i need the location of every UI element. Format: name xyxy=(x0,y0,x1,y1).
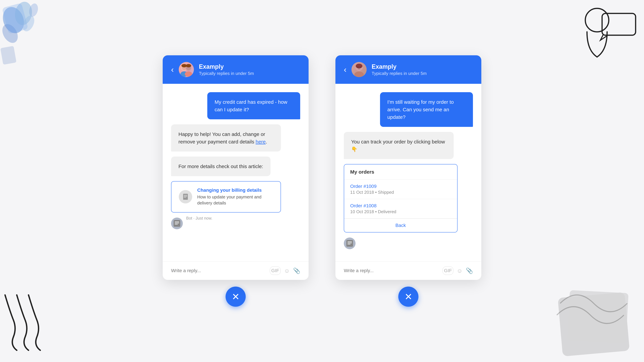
attachment-button-2[interactable]: 📎 xyxy=(466,267,473,274)
article-card[interactable]: Changing your billing details How to upd… xyxy=(171,181,281,213)
chat-widget-1: ‹ xyxy=(163,55,308,280)
orders-back-button[interactable]: Back xyxy=(344,219,457,232)
order-meta-1: 11 Oct 2018 • Shipped xyxy=(350,190,451,195)
chat-header-info-1: Examply Typically replies in under 5m xyxy=(199,63,300,76)
svg-rect-23 xyxy=(174,220,180,227)
svg-rect-24 xyxy=(175,222,179,222)
bot-row-1: Bot · Just now. xyxy=(171,218,300,229)
main-content: ‹ xyxy=(0,0,644,362)
reply-input-1[interactable] xyxy=(171,268,266,273)
order-number-2: Order #1008 xyxy=(350,203,451,209)
svg-rect-34 xyxy=(348,243,352,243)
svg-point-30 xyxy=(358,66,358,67)
chat-header-2: ‹ xyxy=(336,55,481,84)
svg-point-28 xyxy=(356,64,362,68)
avatar-1 xyxy=(179,62,194,77)
reply-input-2[interactable] xyxy=(344,268,439,273)
avatar-image-1 xyxy=(179,62,194,77)
chat-messages-2: I'm still waiting for my order to arrive… xyxy=(336,84,481,261)
back-button-1[interactable]: ‹ xyxy=(171,65,174,73)
bot-avatar-1 xyxy=(171,218,183,229)
svg-rect-19 xyxy=(183,194,188,200)
emoji-button-1[interactable]: ☺ xyxy=(284,268,290,274)
reply-status-2: Typically replies in under 5m xyxy=(372,71,473,76)
user-message-1: My credit card has expired - how can I u… xyxy=(207,92,300,119)
article-title: Changing your billing details xyxy=(197,188,273,193)
widget-2-wrapper: ‹ xyxy=(336,55,481,307)
article-content: Changing your billing details How to upd… xyxy=(197,188,273,206)
order-item-1[interactable]: Order #1009 11 Oct 2018 • Shipped xyxy=(344,180,457,199)
article-subtitle: How to update your payment and delivery … xyxy=(197,194,273,206)
gif-button-1[interactable]: GIF xyxy=(270,267,281,275)
bot-message-3: You can track your order by clicking bel… xyxy=(344,132,454,159)
order-item-2[interactable]: Order #1008 10 Oct 2018 • Delivered xyxy=(344,199,457,219)
svg-rect-33 xyxy=(348,242,352,242)
close-button-2[interactable]: ✕ xyxy=(398,287,418,307)
avatar-image-2 xyxy=(352,62,366,77)
here-link[interactable]: here xyxy=(256,139,266,144)
user-message-2: I'm still waiting for my order to arrive… xyxy=(380,92,473,127)
order-meta-2: 10 Oct 2018 • Delivered xyxy=(350,209,451,214)
chat-header-1: ‹ xyxy=(163,55,308,84)
emoji-button-2[interactable]: ☺ xyxy=(457,268,462,274)
svg-rect-25 xyxy=(175,223,179,223)
bot-avatar-2 xyxy=(344,238,356,249)
avatar-2 xyxy=(352,62,366,77)
brand-name-2: Examply xyxy=(372,63,473,70)
svg-rect-26 xyxy=(175,224,178,224)
chat-input-area-1: GIF ☺ 📎 xyxy=(163,261,308,280)
bot-message-1-text-before: Happy to help! You can add, change or re… xyxy=(178,131,265,144)
svg-rect-35 xyxy=(348,244,350,244)
orders-header: My orders xyxy=(344,164,457,180)
chat-messages-1: My credit card has expired - how can I u… xyxy=(163,84,308,261)
close-button-1[interactable]: ✕ xyxy=(226,287,246,307)
bot-message-1: Happy to help! You can add, change or re… xyxy=(171,124,281,151)
order-number-1: Order #1009 xyxy=(350,184,451,189)
svg-point-31 xyxy=(360,66,361,67)
close-icon-2: ✕ xyxy=(404,291,412,302)
svg-point-16 xyxy=(186,64,191,67)
bot-message-1-text-after: . xyxy=(266,139,267,144)
article-icon xyxy=(179,190,192,203)
attachment-button-1[interactable]: 📎 xyxy=(293,267,300,274)
bot-label-1: Bot · Just now. xyxy=(186,216,212,221)
bot-row-2 xyxy=(344,238,473,249)
chat-input-area-2: GIF ☺ 📎 xyxy=(336,261,481,280)
reply-status-1: Typically replies in under 5m xyxy=(199,71,300,76)
gif-button-2[interactable]: GIF xyxy=(442,267,454,275)
widget-1-wrapper: ‹ xyxy=(163,55,308,307)
svg-rect-22 xyxy=(184,197,186,197)
svg-rect-20 xyxy=(184,195,187,195)
orders-card: My orders Order #1009 11 Oct 2018 • Ship… xyxy=(344,164,458,232)
chat-header-info-2: Examply Typically replies in under 5m xyxy=(372,63,473,76)
svg-rect-21 xyxy=(184,196,187,196)
back-button-2[interactable]: ‹ xyxy=(344,65,346,73)
chat-widget-2: ‹ xyxy=(336,55,481,280)
bot-message-2: For more details check out this article: xyxy=(171,157,270,176)
brand-name-1: Examply xyxy=(199,63,300,70)
svg-point-18 xyxy=(185,71,192,77)
svg-point-29 xyxy=(354,71,364,77)
close-icon-1: ✕ xyxy=(232,291,240,302)
svg-rect-32 xyxy=(346,240,353,247)
